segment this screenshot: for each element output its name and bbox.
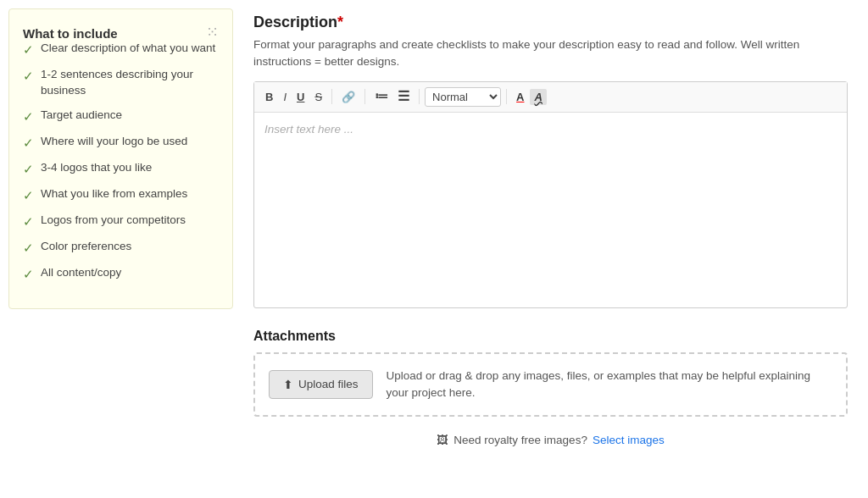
checklist-item-text: Color preferences — [41, 239, 131, 255]
bold-button[interactable]: B — [261, 89, 277, 105]
ordered-list-button[interactable]: ≔ — [370, 87, 392, 106]
checkmark-icon: ✓ — [23, 41, 34, 58]
royalty-image-icon: 🖼 — [437, 434, 448, 446]
list-item: ✓ Target audience — [23, 108, 219, 125]
list-item: ✓ 3-4 logos that you like — [23, 160, 219, 178]
checklist-item-text: 1-2 sentences describing your business — [41, 67, 219, 99]
checklist-item-text: Where will your logo be used — [41, 134, 187, 150]
strikethrough-button[interactable]: S — [310, 89, 326, 105]
checkmark-icon: ✓ — [23, 213, 34, 230]
checkmark-icon: ✓ — [23, 160, 34, 178]
list-item: ✓ Where will your logo be used — [23, 134, 219, 152]
royalty-free-row: 🖼 Need royalty free images? Select image… — [253, 434, 848, 446]
upload-files-button[interactable]: ⬆ Upload files — [269, 370, 373, 399]
required-marker: * — [337, 14, 343, 30]
toolbar-divider — [331, 89, 332, 104]
toolbar-divider-2 — [364, 89, 365, 104]
description-section: Description* Format your paragraphs and … — [253, 14, 848, 308]
upload-description: Upload or drag & drop any images, files,… — [387, 368, 832, 402]
checklist-item-text: 3-4 logos that you like — [41, 160, 152, 176]
sidebar-title: What to include — [23, 26, 118, 41]
description-title-text: Description — [253, 14, 337, 30]
format-select[interactable]: Normal Heading 1 Heading 2 Heading 3 — [425, 87, 501, 107]
toolbar-divider-3 — [419, 89, 420, 104]
list-item: ✓ Logos from your competitors — [23, 213, 219, 230]
checklist-item-text: Target audience — [41, 108, 122, 124]
list-item: ✓ Color preferences — [23, 239, 219, 257]
attachments-box: ⬆ Upload files Upload or drag & drop any… — [253, 352, 848, 418]
upload-icon: ⬆ — [283, 378, 293, 391]
royalty-free-text: Need royalty free images? — [453, 434, 587, 446]
editor-body[interactable]: Insert text here ... — [254, 113, 847, 307]
main-content: Description* Format your paragraphs and … — [233, 0, 868, 498]
font-highlight-button[interactable]: A — [530, 89, 546, 105]
select-images-link[interactable]: Select images — [593, 434, 665, 446]
checklist-item-text: Logos from your competitors — [41, 213, 186, 229]
checkmark-icon: ✓ — [23, 186, 34, 204]
list-item: ✓ What you like from examples — [23, 186, 219, 204]
unordered-list-button[interactable]: ☰ — [393, 87, 414, 106]
checkmark-icon: ✓ — [23, 134, 34, 152]
checkmark-icon: ✓ — [23, 239, 34, 257]
text-editor: B I U S 🔗 ≔ ☰ Normal Heading 1 Heading 2… — [253, 81, 848, 308]
checkmark-icon: ✓ — [23, 265, 34, 283]
editor-toolbar: B I U S 🔗 ≔ ☰ Normal Heading 1 Heading 2… — [254, 82, 847, 113]
sidebar-panel: What to include ⁙ ✓ Clear description of… — [8, 8, 233, 309]
list-item: ✓ Clear description of what you want — [23, 41, 219, 58]
description-subtitle: Format your paragraphs and create checkl… — [253, 36, 848, 71]
list-item: ✓ 1-2 sentences describing your business — [23, 67, 219, 99]
checklist-item-text: What you like from examples — [41, 186, 187, 202]
underline-button[interactable]: U — [292, 89, 309, 105]
font-color-button[interactable]: A — [512, 89, 528, 105]
attachments-section: Attachments ⬆ Upload files Upload or dra… — [253, 329, 848, 447]
italic-button[interactable]: I — [279, 89, 291, 105]
list-item: ✓ All content/copy — [23, 265, 219, 283]
description-title: Description* — [253, 14, 848, 31]
link-button[interactable]: 🔗 — [337, 89, 359, 105]
checkmark-icon: ✓ — [23, 67, 34, 85]
toolbar-divider-4 — [506, 89, 507, 104]
checklist: ✓ Clear description of what you want ✓ 1… — [23, 41, 219, 283]
checklist-item-text: All content/copy — [41, 265, 121, 281]
attachments-title: Attachments — [253, 329, 848, 344]
checklist-item-text: Clear description of what you want — [41, 41, 215, 57]
checkmark-icon: ✓ — [23, 108, 34, 125]
drag-icon[interactable]: ⁙ — [206, 23, 219, 42]
upload-button-label: Upload files — [298, 378, 359, 390]
